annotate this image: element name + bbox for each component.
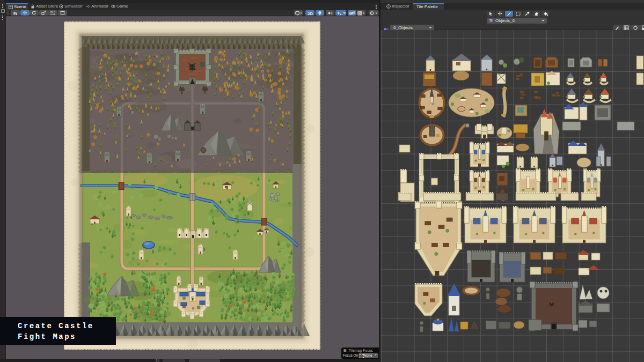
svg-text:2D: 2D bbox=[307, 11, 312, 16]
